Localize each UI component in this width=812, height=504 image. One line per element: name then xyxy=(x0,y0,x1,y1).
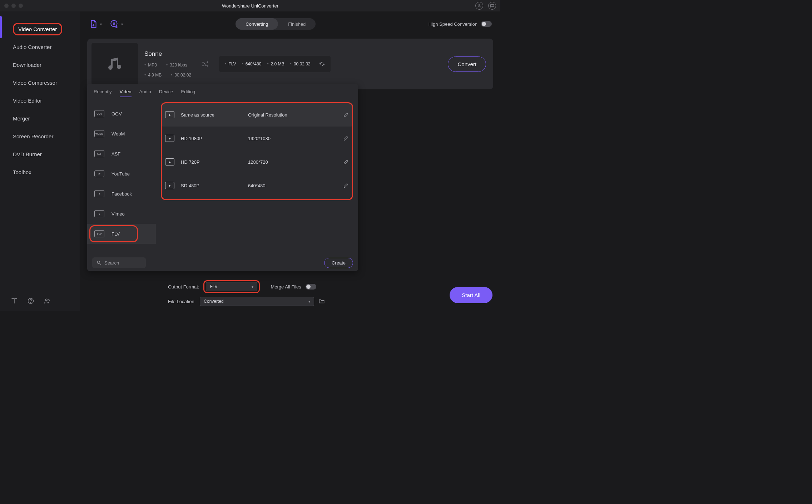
chevron-down-icon: ▾ xyxy=(100,22,102,26)
manual-icon[interactable] xyxy=(11,297,18,305)
svg-point-2 xyxy=(31,302,31,303)
format-youtube[interactable]: ▶ YouTube xyxy=(87,164,156,184)
asf-icon: ASF xyxy=(94,150,104,157)
merge-toggle[interactable] xyxy=(306,284,316,290)
sidebar-item-video-compressor[interactable]: Video Compressor xyxy=(0,74,80,92)
format-popup: Recently Video Audio Device Editing OGV … xyxy=(87,84,358,271)
search-input[interactable]: Search xyxy=(92,257,146,268)
titlebar: Wondershare UniConverter xyxy=(0,0,500,11)
video-icon: ▶ xyxy=(165,158,174,165)
svg-point-7 xyxy=(111,20,117,26)
tab-video[interactable]: Video xyxy=(120,89,132,97)
tab-device[interactable]: Device xyxy=(159,89,173,97)
gear-icon[interactable] xyxy=(319,61,325,67)
output-format-dropdown[interactable]: FLV▾ xyxy=(206,282,257,291)
facebook-icon: f xyxy=(94,190,104,197)
tab-editing[interactable]: Editing xyxy=(181,89,195,97)
res-same-as-source[interactable]: ▶ Same as source Original Resolution xyxy=(161,103,353,127)
webm-icon: WEBM xyxy=(94,130,104,137)
target-panel[interactable]: •FLV •640*480 •2.0 MB •00:02:02 xyxy=(219,56,330,72)
sidebar-item-audio-converter[interactable]: Audio Converter xyxy=(0,38,80,56)
chevron-down-icon: ▾ xyxy=(121,22,123,26)
video-icon: ▶ xyxy=(165,111,174,118)
svg-point-3 xyxy=(45,299,47,301)
sidebar-item-downloader[interactable]: Downloader xyxy=(0,56,80,74)
file-card: Sonne •MP3 •320 kbps •4.9 MB •00:02:02 •… xyxy=(87,39,493,89)
video-icon: ▶ xyxy=(165,135,174,142)
sidebar-item-screen-recorder[interactable]: Screen Recorder xyxy=(0,127,80,145)
sidebar-item-toolbox[interactable]: Toolbox xyxy=(0,163,80,181)
format-facebook[interactable]: f Facebook xyxy=(87,184,156,204)
seg-finished[interactable]: Finished xyxy=(278,18,316,30)
video-icon: ▶ xyxy=(165,182,174,189)
output-format-label: Output Format: xyxy=(168,284,199,290)
src-bitrate: 320 kbps xyxy=(170,63,187,68)
dst-format: FLV xyxy=(228,61,236,66)
active-indicator xyxy=(0,16,2,38)
ogv-icon: OGV xyxy=(94,110,104,117)
sidebar: Video Converter Audio Converter Download… xyxy=(0,11,80,311)
account-icon[interactable] xyxy=(475,2,483,10)
format-list[interactable]: OGV OGV WEBM WebM ASF ASF ▶ YouTube f Fa… xyxy=(87,101,156,255)
thumbnail[interactable] xyxy=(91,43,138,85)
bottom-bar: Output Format: FLV▾ Merge All Files File… xyxy=(160,277,500,311)
message-icon[interactable] xyxy=(488,2,496,10)
vimeo-icon: v xyxy=(94,210,104,217)
file-location-label: File Location: xyxy=(168,299,195,304)
edit-icon[interactable] xyxy=(343,159,349,165)
window-controls xyxy=(0,4,23,8)
youtube-icon: ▶ xyxy=(94,170,104,177)
start-all-button[interactable]: Start All xyxy=(450,287,492,303)
seg-converting[interactable]: Converting xyxy=(236,18,278,30)
resolution-list: ▶ Same as source Original Resolution ▶ H… xyxy=(156,101,358,255)
tab-audio[interactable]: Audio xyxy=(139,89,151,97)
edit-icon[interactable] xyxy=(343,112,349,118)
svg-point-0 xyxy=(479,4,480,6)
format-webm[interactable]: WEBM WebM xyxy=(87,124,156,144)
dst-size: 2.0 MB xyxy=(271,61,284,66)
app-title: Wondershare UniConverter xyxy=(222,3,278,9)
status-segment: Converting Finished xyxy=(236,18,316,30)
svg-point-4 xyxy=(48,300,49,301)
sidebar-item-dvd-burner[interactable]: DVD Burner xyxy=(0,145,80,163)
dst-duration: 00:02:02 xyxy=(294,61,311,66)
swap-icon[interactable] xyxy=(201,60,210,68)
convert-button[interactable]: Convert xyxy=(448,56,486,72)
src-codec: MP3 xyxy=(148,63,157,68)
file-location-dropdown[interactable]: Converted▾ xyxy=(200,297,314,306)
res-720p[interactable]: ▶ HD 720P 1280*720 xyxy=(161,150,353,174)
format-ogv[interactable]: OGV OGV xyxy=(87,104,156,124)
open-folder-icon[interactable] xyxy=(318,298,325,305)
res-1080p[interactable]: ▶ HD 1080P 1920*1080 xyxy=(161,127,353,150)
src-size: 4.9 MB xyxy=(148,73,162,78)
high-speed-label: High Speed Conversion xyxy=(429,21,477,27)
svg-line-12 xyxy=(100,263,101,265)
add-dvd-button[interactable]: ▾ xyxy=(110,19,123,29)
close-dot[interactable] xyxy=(4,4,9,8)
format-asf[interactable]: ASF ASF xyxy=(87,144,156,164)
tab-recently[interactable]: Recently xyxy=(94,89,112,97)
community-icon[interactable] xyxy=(44,297,51,305)
svg-point-11 xyxy=(97,261,100,263)
create-button[interactable]: Create xyxy=(324,258,353,268)
dst-res: 640*480 xyxy=(246,61,262,66)
max-dot[interactable] xyxy=(19,4,23,8)
search-placeholder: Search xyxy=(104,260,119,266)
res-480p[interactable]: ▶ SD 480P 640*480 xyxy=(161,174,353,197)
sidebar-item-video-converter[interactable]: Video Converter xyxy=(0,20,80,38)
sidebar-item-video-editor[interactable]: Video Editor xyxy=(0,92,80,109)
highlight-flv xyxy=(89,225,138,242)
min-dot[interactable] xyxy=(11,4,16,8)
edit-icon[interactable] xyxy=(343,135,349,141)
high-speed-toggle[interactable] xyxy=(481,21,492,27)
merge-label: Merge All Files xyxy=(271,284,301,290)
format-vimeo[interactable]: v Vimeo xyxy=(87,204,156,224)
format-flv[interactable]: FLV FLV xyxy=(87,224,156,244)
help-icon[interactable] xyxy=(27,297,34,305)
file-name: Sonne xyxy=(144,50,191,58)
svg-point-8 xyxy=(113,23,115,24)
edit-icon[interactable] xyxy=(343,183,349,188)
toolbar: ▾ ▾ Converting Finished High Speed Conve… xyxy=(80,11,500,36)
add-file-button[interactable]: ▾ xyxy=(89,19,102,29)
sidebar-item-merger[interactable]: Merger xyxy=(0,109,80,127)
